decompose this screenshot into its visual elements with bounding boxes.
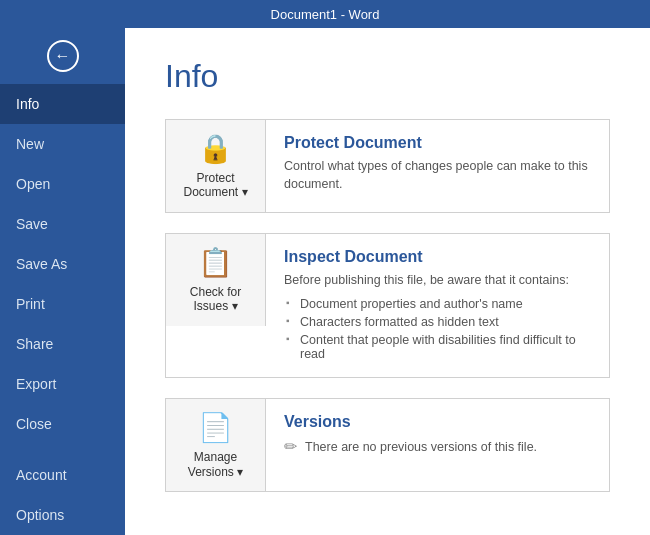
protect-button-label: ProtectDocument ▾ xyxy=(183,171,247,200)
sidebar-item-share[interactable]: Share xyxy=(0,324,125,364)
back-button[interactable]: ← xyxy=(0,28,125,84)
title-bar: Document1 - Word xyxy=(0,0,650,28)
sidebar-spacer xyxy=(0,444,125,455)
page-title: Info xyxy=(165,58,610,95)
app-body: ← InfoNewOpenSaveSave AsPrintShareExport… xyxy=(0,28,650,535)
sidebar-item-save[interactable]: Save xyxy=(0,204,125,244)
sidebar-item-account[interactable]: Account xyxy=(0,455,125,495)
versions-icon: 📄 xyxy=(198,411,233,444)
inspect-list: Document properties and author's nameCha… xyxy=(284,295,591,363)
panel-protect: 🔒ProtectDocument ▾Protect DocumentContro… xyxy=(165,119,610,213)
back-circle-icon: ← xyxy=(47,40,79,72)
sidebar-item-export[interactable]: Export xyxy=(0,364,125,404)
versions-note-icon: ✏ xyxy=(284,437,297,456)
protect-button[interactable]: 🔒ProtectDocument ▾ xyxy=(166,120,266,212)
versions-note: ✏There are no previous versions of this … xyxy=(284,437,591,456)
versions-button-label: ManageVersions ▾ xyxy=(188,450,243,479)
list-item: Characters formatted as hidden text xyxy=(284,313,591,331)
options-label: Options xyxy=(16,507,64,523)
sidebar-item-print[interactable]: Print xyxy=(0,284,125,324)
title-text: Document1 - Word xyxy=(271,7,380,22)
sidebar-item-new[interactable]: New xyxy=(0,124,125,164)
inspect-button[interactable]: 📋Check forIssues ▾ xyxy=(166,234,266,326)
protect-info: Protect DocumentControl what types of ch… xyxy=(266,120,609,207)
sidebar-item-info[interactable]: Info xyxy=(0,84,125,124)
panel-inspect: 📋Check forIssues ▾Inspect DocumentBefore… xyxy=(165,233,610,379)
inspect-button-label: Check forIssues ▾ xyxy=(190,285,241,314)
list-item: Document properties and author's name xyxy=(284,295,591,313)
sidebar-item-close[interactable]: Close xyxy=(0,404,125,444)
inspect-description: Before publishing this file, be aware th… xyxy=(284,272,591,290)
sidebar-item-save-as[interactable]: Save As xyxy=(0,244,125,284)
versions-button[interactable]: 📄ManageVersions ▾ xyxy=(166,399,266,491)
sidebar: ← InfoNewOpenSaveSave AsPrintShareExport… xyxy=(0,28,125,535)
main-content: Info 🔒ProtectDocument ▾Protect DocumentC… xyxy=(125,28,650,535)
protect-icon: 🔒 xyxy=(198,132,233,165)
sidebar-item-options[interactable]: Options xyxy=(0,495,125,535)
sidebar-item-open[interactable]: Open xyxy=(0,164,125,204)
inspect-title: Inspect Document xyxy=(284,248,591,266)
versions-title: Versions xyxy=(284,413,591,431)
versions-info: Versions✏There are no previous versions … xyxy=(266,399,609,470)
list-item: Content that people with disabilities fi… xyxy=(284,331,591,363)
protect-title: Protect Document xyxy=(284,134,591,152)
panel-versions: 📄ManageVersions ▾Versions✏There are no p… xyxy=(165,398,610,492)
inspect-icon: 📋 xyxy=(198,246,233,279)
versions-text: There are no previous versions of this f… xyxy=(305,440,537,454)
sidebar-bottom: AccountOptions xyxy=(0,455,125,535)
panels-container: 🔒ProtectDocument ▾Protect DocumentContro… xyxy=(165,119,610,492)
protect-description: Control what types of changes people can… xyxy=(284,158,591,193)
inspect-info: Inspect DocumentBefore publishing this f… xyxy=(266,234,609,378)
